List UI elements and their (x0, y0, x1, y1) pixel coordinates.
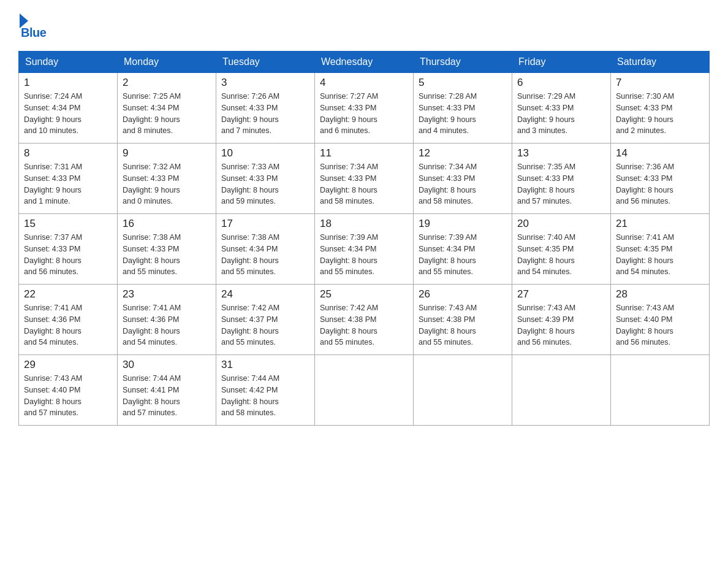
calendar-cell: 30 Sunrise: 7:44 AMSunset: 4:41 PMDaylig… (118, 355, 216, 426)
logo: Blue (18, 12, 46, 40)
day-number: 10 (221, 147, 309, 159)
calendar-week-row: 15 Sunrise: 7:37 AMSunset: 4:33 PMDaylig… (19, 214, 710, 285)
day-number: 7 (616, 77, 704, 89)
day-number: 28 (616, 288, 704, 301)
calendar-cell: 16 Sunrise: 7:38 AMSunset: 4:33 PMDaylig… (118, 214, 216, 285)
day-number: 22 (24, 288, 112, 301)
day-number: 14 (616, 147, 704, 159)
day-info: Sunrise: 7:34 AMSunset: 4:33 PMDaylight:… (320, 163, 378, 205)
day-number: 23 (123, 288, 211, 301)
day-info: Sunrise: 7:30 AMSunset: 4:33 PMDaylight:… (616, 92, 674, 135)
day-number: 9 (123, 147, 211, 159)
day-number: 5 (419, 77, 507, 89)
col-header-sunday: Sunday (19, 52, 118, 73)
day-info: Sunrise: 7:39 AMSunset: 4:34 PMDaylight:… (320, 233, 378, 276)
day-number: 27 (517, 288, 605, 301)
day-info: Sunrise: 7:34 AMSunset: 4:33 PMDaylight:… (419, 163, 477, 205)
calendar-cell: 27 Sunrise: 7:43 AMSunset: 4:39 PMDaylig… (512, 285, 611, 355)
calendar-cell: 10 Sunrise: 7:33 AMSunset: 4:33 PMDaylig… (216, 144, 315, 214)
calendar-cell: 6 Sunrise: 7:29 AMSunset: 4:33 PMDayligh… (512, 73, 611, 144)
calendar-cell: 13 Sunrise: 7:35 AMSunset: 4:33 PMDaylig… (512, 144, 611, 214)
calendar-week-row: 22 Sunrise: 7:41 AMSunset: 4:36 PMDaylig… (19, 285, 710, 355)
day-info: Sunrise: 7:39 AMSunset: 4:34 PMDaylight:… (419, 233, 477, 276)
col-header-saturday: Saturday (611, 52, 710, 73)
calendar-cell (414, 355, 512, 426)
day-number: 8 (24, 147, 112, 159)
day-info: Sunrise: 7:38 AMSunset: 4:34 PMDaylight:… (221, 233, 279, 276)
day-info: Sunrise: 7:27 AMSunset: 4:33 PMDaylight:… (320, 92, 378, 135)
calendar-cell: 11 Sunrise: 7:34 AMSunset: 4:33 PMDaylig… (315, 144, 414, 214)
col-header-wednesday: Wednesday (315, 52, 414, 73)
day-info: Sunrise: 7:26 AMSunset: 4:33 PMDaylight:… (221, 92, 279, 135)
calendar-cell: 28 Sunrise: 7:43 AMSunset: 4:40 PMDaylig… (611, 285, 710, 355)
day-number: 11 (320, 147, 408, 159)
day-info: Sunrise: 7:33 AMSunset: 4:33 PMDaylight:… (221, 163, 279, 205)
day-info: Sunrise: 7:24 AMSunset: 4:34 PMDaylight:… (24, 92, 82, 135)
calendar-cell: 7 Sunrise: 7:30 AMSunset: 4:33 PMDayligh… (611, 73, 710, 144)
calendar-cell: 5 Sunrise: 7:28 AMSunset: 4:33 PMDayligh… (414, 73, 512, 144)
calendar-week-row: 8 Sunrise: 7:31 AMSunset: 4:33 PMDayligh… (19, 144, 710, 214)
calendar-cell: 23 Sunrise: 7:41 AMSunset: 4:36 PMDaylig… (118, 285, 216, 355)
day-number: 6 (517, 77, 605, 89)
day-info: Sunrise: 7:42 AMSunset: 4:37 PMDaylight:… (221, 304, 279, 347)
day-info: Sunrise: 7:41 AMSunset: 4:36 PMDaylight:… (123, 304, 181, 347)
calendar-cell: 31 Sunrise: 7:44 AMSunset: 4:42 PMDaylig… (216, 355, 315, 426)
day-info: Sunrise: 7:43 AMSunset: 4:39 PMDaylight:… (517, 304, 575, 347)
day-number: 15 (24, 218, 112, 230)
day-number: 2 (123, 77, 211, 89)
day-info: Sunrise: 7:29 AMSunset: 4:33 PMDaylight:… (517, 92, 575, 135)
day-info: Sunrise: 7:28 AMSunset: 4:33 PMDaylight:… (419, 92, 477, 135)
col-header-monday: Monday (118, 52, 216, 73)
calendar-cell: 15 Sunrise: 7:37 AMSunset: 4:33 PMDaylig… (19, 214, 118, 285)
day-info: Sunrise: 7:36 AMSunset: 4:33 PMDaylight:… (616, 163, 674, 205)
calendar-cell: 19 Sunrise: 7:39 AMSunset: 4:34 PMDaylig… (414, 214, 512, 285)
day-info: Sunrise: 7:40 AMSunset: 4:35 PMDaylight:… (517, 233, 575, 276)
calendar-cell: 18 Sunrise: 7:39 AMSunset: 4:34 PMDaylig… (315, 214, 414, 285)
calendar-cell: 21 Sunrise: 7:41 AMSunset: 4:35 PMDaylig… (611, 214, 710, 285)
calendar-table: SundayMondayTuesdayWednesdayThursdayFrid… (18, 51, 710, 426)
day-number: 26 (419, 288, 507, 301)
day-number: 4 (320, 77, 408, 89)
day-number: 19 (419, 218, 507, 230)
calendar-week-row: 29 Sunrise: 7:43 AMSunset: 4:40 PMDaylig… (19, 355, 710, 426)
day-number: 3 (221, 77, 309, 89)
page-header: Blue (18, 12, 710, 40)
day-number: 30 (123, 359, 211, 371)
day-number: 1 (24, 77, 112, 89)
col-header-tuesday: Tuesday (216, 52, 315, 73)
day-number: 13 (517, 147, 605, 159)
calendar-header-row: SundayMondayTuesdayWednesdayThursdayFrid… (19, 52, 710, 73)
day-number: 29 (24, 359, 112, 371)
calendar-cell: 26 Sunrise: 7:43 AMSunset: 4:38 PMDaylig… (414, 285, 512, 355)
calendar-cell: 22 Sunrise: 7:41 AMSunset: 4:36 PMDaylig… (19, 285, 118, 355)
day-info: Sunrise: 7:37 AMSunset: 4:33 PMDaylight:… (24, 233, 82, 276)
day-number: 25 (320, 288, 408, 301)
calendar-cell (315, 355, 414, 426)
day-info: Sunrise: 7:38 AMSunset: 4:33 PMDaylight:… (123, 233, 181, 276)
day-info: Sunrise: 7:35 AMSunset: 4:33 PMDaylight:… (517, 163, 575, 205)
day-number: 20 (517, 218, 605, 230)
col-header-thursday: Thursday (414, 52, 512, 73)
calendar-cell (512, 355, 611, 426)
day-number: 12 (419, 147, 507, 159)
day-info: Sunrise: 7:43 AMSunset: 4:40 PMDaylight:… (24, 374, 82, 417)
day-info: Sunrise: 7:44 AMSunset: 4:41 PMDaylight:… (123, 374, 181, 417)
day-info: Sunrise: 7:44 AMSunset: 4:42 PMDaylight:… (221, 374, 279, 417)
calendar-cell: 12 Sunrise: 7:34 AMSunset: 4:33 PMDaylig… (414, 144, 512, 214)
day-number: 31 (221, 359, 309, 371)
calendar-cell: 25 Sunrise: 7:42 AMSunset: 4:38 PMDaylig… (315, 285, 414, 355)
calendar-week-row: 1 Sunrise: 7:24 AMSunset: 4:34 PMDayligh… (19, 73, 710, 144)
calendar-cell: 8 Sunrise: 7:31 AMSunset: 4:33 PMDayligh… (19, 144, 118, 214)
day-number: 24 (221, 288, 309, 301)
day-info: Sunrise: 7:42 AMSunset: 4:38 PMDaylight:… (320, 304, 378, 347)
day-info: Sunrise: 7:43 AMSunset: 4:38 PMDaylight:… (419, 304, 477, 347)
day-number: 16 (123, 218, 211, 230)
day-info: Sunrise: 7:41 AMSunset: 4:35 PMDaylight:… (616, 233, 674, 276)
day-info: Sunrise: 7:32 AMSunset: 4:33 PMDaylight:… (123, 163, 181, 205)
calendar-cell: 24 Sunrise: 7:42 AMSunset: 4:37 PMDaylig… (216, 285, 315, 355)
calendar-cell: 14 Sunrise: 7:36 AMSunset: 4:33 PMDaylig… (611, 144, 710, 214)
day-info: Sunrise: 7:41 AMSunset: 4:36 PMDaylight:… (24, 304, 82, 347)
day-number: 21 (616, 218, 704, 230)
day-number: 17 (221, 218, 309, 230)
calendar-cell: 9 Sunrise: 7:32 AMSunset: 4:33 PMDayligh… (118, 144, 216, 214)
